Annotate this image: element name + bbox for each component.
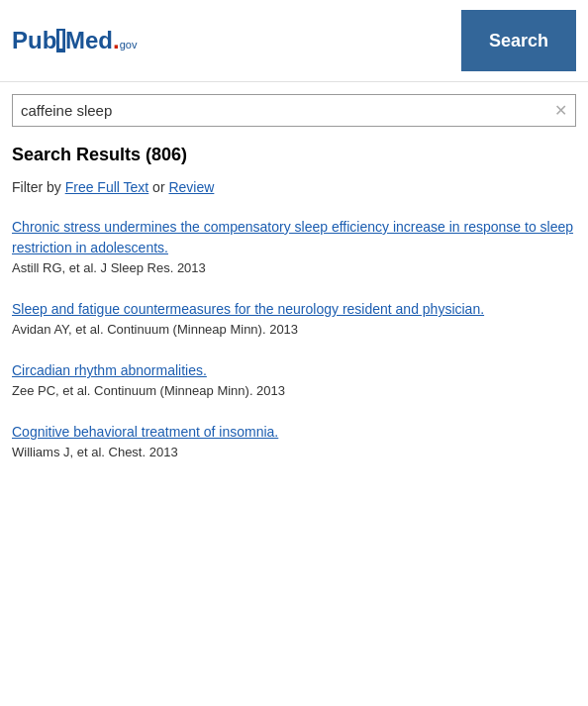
filter-review[interactable]: Review <box>168 179 214 195</box>
search-input-wrapper: ✕ <box>12 94 576 127</box>
header: PublMed.gov Search <box>0 0 588 82</box>
result-title-2[interactable]: Sleep and fatigue countermeasures for th… <box>12 299 576 320</box>
search-input[interactable] <box>21 102 554 119</box>
logo-gov: gov <box>120 39 138 50</box>
search-area: ✕ <box>0 82 588 135</box>
logo-dot: . <box>113 27 120 54</box>
filter-prefix: Filter by <box>12 179 65 195</box>
result-meta-4: Williams J, et al. Chest. 2013 <box>12 445 576 459</box>
results-header: Search Results (806) <box>0 135 588 171</box>
result-meta-2: Avidan AY, et al. Continuum (Minneap Min… <box>12 322 576 337</box>
pubmed-logo: PublMed.gov <box>12 27 137 54</box>
results-title: Search Results (806) <box>12 145 187 164</box>
logo-l: l <box>56 29 65 52</box>
filter-bar: Filter by Free Full Text or Review <box>0 171 588 207</box>
filter-free-full-text[interactable]: Free Full Text <box>65 179 149 195</box>
result-title-3[interactable]: Circadian rhythm abnormalities. <box>12 360 576 381</box>
clear-icon[interactable]: ✕ <box>554 101 567 120</box>
list-item: Chronic stress undermines the compensato… <box>12 211 576 275</box>
list-item: Circadian rhythm abnormalities. Zee PC, … <box>12 354 576 398</box>
result-meta-3: Zee PC, et al. Continuum (Minneap Minn).… <box>12 383 576 398</box>
results-list: Chronic stress undermines the compensato… <box>0 207 588 481</box>
filter-or: or <box>148 179 168 195</box>
result-title-1[interactable]: Chronic stress undermines the compensato… <box>12 217 576 258</box>
list-item: Sleep and fatigue countermeasures for th… <box>12 293 576 337</box>
logo-med: Med <box>65 27 113 54</box>
result-meta-1: Astill RG, et al. J Sleep Res. 2013 <box>12 260 576 275</box>
list-item: Cognitive behavioral treatment of insomn… <box>12 416 576 459</box>
search-button[interactable]: Search <box>461 10 576 71</box>
logo-pub: Pub <box>12 27 56 54</box>
result-title-4[interactable]: Cognitive behavioral treatment of insomn… <box>12 422 576 443</box>
